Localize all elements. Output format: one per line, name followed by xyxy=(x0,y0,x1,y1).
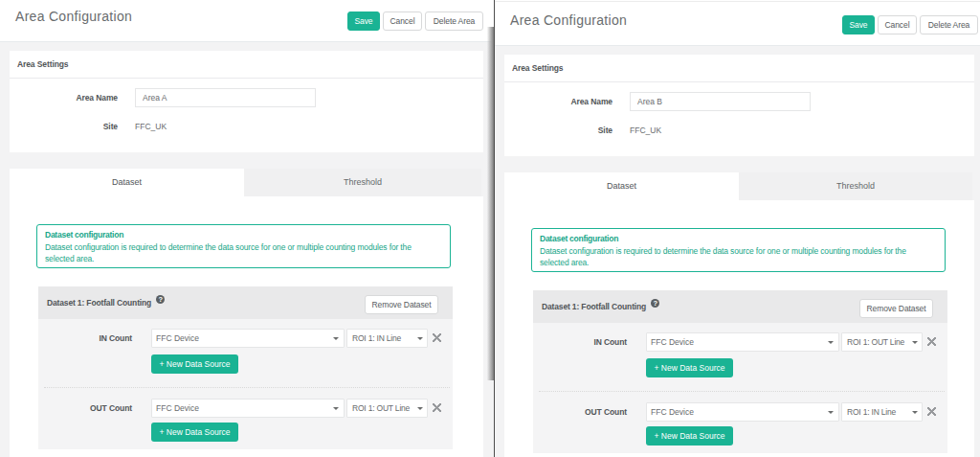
chevron-down-icon xyxy=(417,407,423,410)
area-name-input[interactable] xyxy=(630,92,811,111)
screenshot-canvas: Area Configuration Save Cancel Delete Ar… xyxy=(0,0,980,457)
chevron-down-icon xyxy=(828,411,834,414)
tab-threshold[interactable]: Threshold xyxy=(739,172,972,200)
in-count-label: IN Count xyxy=(38,329,132,348)
dataset-block: Dataset 1: Footfall Counting? Remove Dat… xyxy=(533,290,947,453)
out-device-select[interactable]: FFC Device xyxy=(646,402,839,422)
panel-area-a: Area Configuration Save Cancel Delete Ar… xyxy=(0,0,495,457)
select-value: FFC Device xyxy=(156,403,199,413)
select-value: ROI 1: IN Line xyxy=(847,407,896,417)
select-value: FFC Device xyxy=(651,407,694,417)
area-settings-heading: Area Settings xyxy=(10,51,483,79)
dataset-block-header: Dataset 1: Footfall Counting? Remove Dat… xyxy=(38,286,453,319)
new-data-source-button[interactable]: + New Data Source xyxy=(646,358,733,377)
select-value: FFC Device xyxy=(651,337,694,347)
dataset-block-title: Dataset 1: Footfall Counting? xyxy=(542,290,659,323)
remove-source-icon[interactable] xyxy=(927,337,936,346)
panel-area-b: Area Configuration Save Cancel Delete Ar… xyxy=(495,0,980,457)
chevron-down-icon xyxy=(912,411,918,414)
out-roi-select[interactable]: ROI 1: OUT Line xyxy=(346,399,428,418)
out-roi-select[interactable]: ROI 1: IN Line xyxy=(841,402,923,422)
select-value: ROI 1: IN Line xyxy=(352,333,401,343)
page-title: Area Configuration xyxy=(15,9,132,24)
cancel-button[interactable]: Cancel xyxy=(383,11,422,31)
dataset-block-title: Dataset 1: Footfall Counting? xyxy=(47,286,165,319)
area-name-label: Area Name xyxy=(504,92,612,111)
save-button[interactable]: Save xyxy=(347,11,380,31)
area-settings-card: Area Settings Area Name Site FFC_UK xyxy=(504,55,974,156)
help-icon[interactable]: ? xyxy=(651,299,659,308)
select-value: FFC Device xyxy=(156,333,199,343)
row-divider xyxy=(539,391,945,392)
out-count-label: OUT Count xyxy=(533,402,627,422)
area-name-input[interactable] xyxy=(135,88,316,107)
dataset-block: Dataset 1: Footfall Counting? Remove Dat… xyxy=(38,286,453,449)
tab-threshold[interactable]: Threshold xyxy=(244,169,481,196)
new-data-source-button[interactable]: + New Data Source xyxy=(646,426,733,446)
panel-seam-divider xyxy=(494,0,496,457)
area-configuration-page: Area Configuration Save Cancel Delete Ar… xyxy=(0,0,495,457)
row-divider xyxy=(44,387,450,388)
dataset-tab-panel: Dataset configuration Dataset configurat… xyxy=(504,200,974,457)
help-icon[interactable]: ? xyxy=(156,295,165,304)
dataset-heading-text: Dataset 1: Footfall Counting xyxy=(542,302,646,311)
save-button[interactable]: Save xyxy=(842,15,875,34)
site-value: FFC_UK xyxy=(135,120,167,133)
alert-title: Dataset configuration xyxy=(45,229,442,241)
new-data-source-button[interactable]: + New Data Source xyxy=(151,354,238,374)
out-device-select[interactable]: FFC Device xyxy=(151,399,345,418)
site-label: Site xyxy=(504,124,612,137)
top-border-line xyxy=(495,1,980,2)
dataset-block-header: Dataset 1: Footfall Counting? Remove Dat… xyxy=(533,290,947,323)
in-roi-select[interactable]: ROI 1: IN Line xyxy=(346,329,428,348)
area-settings-heading: Area Settings xyxy=(504,55,974,82)
page-title: Area Configuration xyxy=(510,12,627,28)
dataset-tab-panel: Dataset configuration Dataset configurat… xyxy=(10,196,483,457)
alert-title: Dataset configuration xyxy=(540,233,937,245)
delete-area-button[interactable]: Delete Area xyxy=(425,11,483,31)
tab-dataset[interactable]: Dataset xyxy=(10,169,244,196)
tab-dataset[interactable]: Dataset xyxy=(504,172,739,200)
area-configuration-page: Area Configuration Save Cancel Delete Ar… xyxy=(495,4,980,457)
cancel-button[interactable]: Cancel xyxy=(878,15,917,34)
remove-source-icon[interactable] xyxy=(433,333,441,342)
remove-dataset-button[interactable]: Remove Dataset xyxy=(365,295,438,314)
page-header: Area Configuration Save Cancel Delete Ar… xyxy=(0,0,495,42)
delete-area-button[interactable]: Delete Area xyxy=(920,15,978,34)
chevron-down-icon xyxy=(333,337,339,340)
area-settings-card: Area Settings Area Name Site FFC_UK xyxy=(10,51,483,152)
area-name-label: Area Name xyxy=(10,88,118,107)
alert-body: Dataset configuration is required to det… xyxy=(540,245,924,268)
site-label: Site xyxy=(10,120,118,133)
in-device-select[interactable]: FFC Device xyxy=(646,332,839,352)
out-count-label: OUT Count xyxy=(38,399,132,418)
chevron-down-icon xyxy=(417,337,423,340)
in-roi-select[interactable]: ROI 1: OUT Line xyxy=(841,332,923,352)
site-value: FFC_UK xyxy=(630,124,661,137)
chevron-down-icon xyxy=(333,407,339,410)
in-count-label: IN Count xyxy=(533,332,627,352)
chevron-down-icon xyxy=(912,341,918,344)
page-header: Area Configuration Save Cancel Delete Ar… xyxy=(495,4,980,46)
in-device-select[interactable]: FFC Device xyxy=(151,329,345,348)
dataset-configuration-alert: Dataset configuration Dataset configurat… xyxy=(531,228,946,272)
chevron-down-icon xyxy=(828,341,834,344)
new-data-source-button[interactable]: + New Data Source xyxy=(151,423,238,442)
dataset-configuration-alert: Dataset configuration Dataset configurat… xyxy=(36,224,451,268)
alert-body: Dataset configuration is required to det… xyxy=(45,241,430,264)
dataset-heading-text: Dataset 1: Footfall Counting xyxy=(47,298,151,308)
remove-source-icon[interactable] xyxy=(927,407,936,416)
select-value: ROI 1: OUT Line xyxy=(847,337,904,347)
remove-source-icon[interactable] xyxy=(433,403,441,412)
select-value: ROI 1: OUT Line xyxy=(352,403,410,413)
remove-dataset-button[interactable]: Remove Dataset xyxy=(859,299,933,318)
